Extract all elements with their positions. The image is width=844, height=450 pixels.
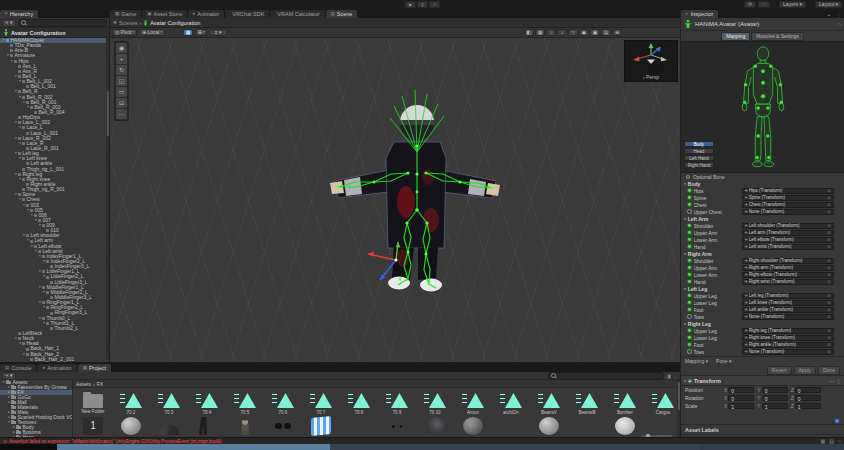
apply-action-button[interactable]: Revert — [767, 366, 792, 375]
asset-item[interactable]: 1 — [76, 417, 110, 435]
bone-object-field[interactable]: ✚ Left leg (Transform) ⊙ — [742, 293, 834, 299]
object-picker-icon[interactable]: ⊙ — [827, 195, 830, 200]
breadcrumb-current[interactable]: Avatar Configuration — [150, 20, 200, 26]
play-button[interactable]: ▶ — [405, 1, 416, 8]
axis-y-field[interactable]: 0 — [762, 387, 788, 393]
transform-tool-button[interactable]: ⊡ — [116, 98, 127, 108]
view-tab[interactable]: ▸ Animator — [188, 10, 224, 18]
object-picker-icon[interactable]: ⊙ — [827, 314, 830, 319]
bone-mapping-row[interactable]: ▾Hand Hand ✚ Right wrist (Transform) ⊙ — [681, 278, 844, 285]
bone-object-field[interactable]: ✚ Chest (Transform) ⊙ — [742, 202, 834, 208]
asset-item[interactable]: 70 3 — [152, 390, 186, 415]
bottom-panel-tab[interactable]: ● Animation — [37, 364, 76, 372]
object-picker-icon[interactable]: ⊙ — [827, 230, 830, 235]
bone-mapping-row[interactable]: ▾Right Arm Right Arm ✚ ⊙ — [681, 250, 844, 257]
bone-mapping-row[interactable]: ▾Left Leg Left Leg ✚ ⊙ — [681, 285, 844, 292]
asset-item[interactable] — [114, 417, 148, 435]
scene-view-toggle-icon[interactable]: ☼ — [546, 29, 556, 36]
body-part-button[interactable]: Left Hand — [684, 155, 714, 161]
apply-action-button[interactable]: Done — [818, 366, 840, 375]
bone-mapping-row[interactable]: ▾Hips Hips ✚ Hips (Transform) ⊙ — [681, 187, 844, 194]
view-tab[interactable]: ▣ Asset Store — [142, 10, 187, 18]
object-picker-icon[interactable]: ⊙ — [827, 272, 830, 277]
bone-mapping-row[interactable]: ▾Upper Leg Upper Leg ✚ Right leg (Transf… — [681, 327, 844, 334]
object-picker-icon[interactable]: ⊙ — [827, 202, 830, 207]
asset-item[interactable] — [494, 417, 528, 435]
object-picker-icon[interactable]: ⊙ — [827, 279, 830, 284]
bone-object-field[interactable]: ✚ Right wrist (Transform) ⊙ — [742, 279, 834, 285]
step-button[interactable]: » — [429, 1, 440, 8]
asset-item[interactable]: 70 6 — [266, 390, 300, 415]
asset-item[interactable]: 70 2 — [114, 390, 148, 415]
avatar-subtab[interactable]: Mapping — [721, 32, 750, 41]
asset-item[interactable]: 70 9 — [380, 390, 414, 415]
body-part-button[interactable]: Body — [684, 141, 714, 147]
bone-object-field[interactable]: ✚ Hips (Transform) ⊙ — [742, 188, 834, 194]
object-picker-icon[interactable]: ⊙ — [827, 237, 830, 242]
asset-item[interactable] — [608, 417, 642, 435]
bone-mapping-row[interactable]: ▾Lower Leg Lower Leg ✚ Right knee (Trans… — [681, 334, 844, 341]
bone-mapping-row[interactable]: ▾Foot Foot ✚ Left ankle (Transform) ⊙ — [681, 306, 844, 313]
breadcrumb-root[interactable]: Scenes — [119, 20, 137, 26]
asset-item[interactable] — [342, 417, 376, 435]
component-menu-icon[interactable]: ⋮ — [836, 378, 841, 384]
scene-view-toggle-icon[interactable]: ▤ — [601, 29, 611, 36]
bone-mapping-row[interactable]: ▾Shoulder Shoulder ✚ Right shoulder (Tra… — [681, 257, 844, 264]
create-object-button[interactable]: + ▾ — [2, 19, 16, 27]
axis-y-field[interactable]: 0 — [762, 395, 788, 401]
mapping-menu[interactable]: Mapping ▾ — [685, 358, 708, 364]
bone-object-field[interactable]: ✚ Left knee (Transform) ⊙ — [742, 300, 834, 306]
bone-object-field[interactable]: ✚ None (Transform) ⊙ — [742, 314, 834, 320]
transform-tool-button[interactable]: ↻ — [116, 65, 127, 75]
panel-menu-icon[interactable]: ⋮ — [833, 12, 844, 18]
object-picker-icon[interactable]: ⊙ — [827, 328, 830, 333]
bone-mapping-row[interactable]: ▾Upper Chest Upper Chest ✚ None (Transfo… — [681, 208, 844, 215]
panel-menu-icon[interactable]: ⋮ — [673, 373, 678, 379]
asset-item[interactable]: BeansV — [532, 390, 566, 415]
bone-mapping-row[interactable]: ▾Shoulder Shoulder ✚ Left shoulder (Tran… — [681, 222, 844, 229]
body-part-button[interactable]: Head — [684, 148, 714, 154]
scene-view-toggle-icon[interactable]: ◧ — [524, 29, 534, 36]
tab-inspector[interactable]: ◐ Inspector — [681, 10, 718, 18]
bone-mapping-row[interactable]: ▾Hand Hand ✚ Left wrist (Transform) ⊙ — [681, 243, 844, 250]
bone-mapping-row[interactable]: ▾Spine Spine ✚ Spine (Transform) ⊙ — [681, 194, 844, 201]
object-picker-icon[interactable]: ⊙ — [827, 335, 830, 340]
bone-object-field[interactable]: ✚ Right arm (Transform) ⊙ — [742, 265, 834, 271]
bone-object-field[interactable]: ✚ Right shoulder (Transform) ⊙ — [742, 258, 834, 264]
bone-object-field[interactable]: ✚ Left ankle (Transform) ⊙ — [742, 307, 834, 313]
pivot-toggle[interactable]: ◎ Pivot▾ — [112, 29, 137, 36]
layers-dropdown[interactable]: Layers ▾ — [779, 1, 806, 8]
object-picker-icon[interactable]: ⊙ — [827, 307, 830, 312]
grid-snap-icon[interactable]: ▦ — [183, 29, 193, 36]
asset-item[interactable]: 70 10 — [418, 390, 452, 415]
asset-item[interactable] — [152, 417, 186, 435]
asset-item[interactable]: Anton — [456, 390, 490, 415]
presets-icon[interactable]: ⋯ — [829, 378, 834, 384]
project-scrollbar[interactable] — [677, 380, 680, 439]
scene-view-toggle-icon[interactable]: ♪ — [557, 29, 567, 36]
asset-item[interactable]: archiOn — [494, 390, 528, 415]
bone-object-field[interactable]: ✚ Spine (Transform) ⊙ — [742, 195, 834, 201]
transform-tool-button[interactable]: ◉ — [116, 43, 127, 53]
scene-view-toggle-icon[interactable]: ▦ — [535, 29, 545, 36]
scene-header-row[interactable]: Avatar Configuration — [0, 28, 109, 38]
object-picker-icon[interactable]: ⊙ — [827, 265, 830, 270]
breadcrumb-current[interactable]: FX — [97, 381, 103, 387]
handle-orientation-toggle[interactable]: ⊕ Local▾ — [139, 29, 165, 36]
asset-item[interactable]: 70 8 — [342, 390, 376, 415]
object-picker-icon[interactable]: ⊙ — [827, 188, 830, 193]
transform-component-header[interactable]: ▾ ✚ Transform ⋯ ⋮ — [681, 375, 844, 386]
bone-mapping-row[interactable]: ▾Left Arm Left Arm ✚ ⊙ — [681, 215, 844, 222]
asset-item[interactable]: Bomber — [608, 390, 642, 415]
bone-mapping-row[interactable]: ▾Lower Leg Lower Leg ✚ Left knee (Transf… — [681, 299, 844, 306]
axis-x-field[interactable]: 1 — [728, 403, 754, 409]
axis-x-field[interactable]: 0 — [728, 395, 754, 401]
tab-hierarchy[interactable]: ≡ Hierarchy — [0, 10, 38, 18]
asset-item[interactable] — [304, 417, 338, 435]
hierarchy-search-input[interactable] — [18, 19, 107, 27]
status-bar[interactable]: ⊘ Assertion failed on expression: 'IsMat… — [0, 437, 844, 444]
layout-dropdown[interactable]: Layout ▾ — [815, 1, 842, 8]
search-everywhere-icon[interactable]: ◌ — [758, 1, 770, 8]
transform-tool-button[interactable]: ⋯ — [116, 109, 127, 119]
axis-y-field[interactable]: 1 — [762, 403, 788, 409]
